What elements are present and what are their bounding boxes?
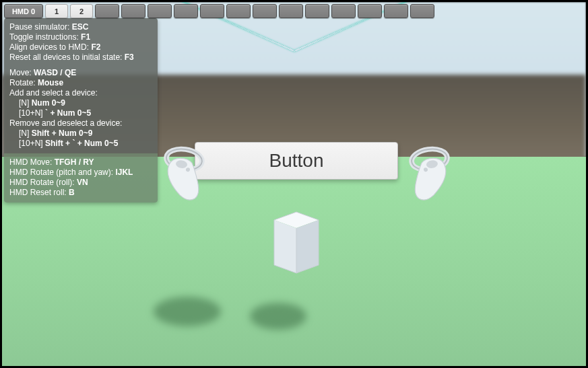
instruction-row: Rotate: Mouse [9,78,152,88]
device-btn-2-label: 2 [79,7,84,15]
svg-marker-2 [296,220,319,273]
device-select-bar: HMD 0 1 2 [4,4,434,18]
instruction-row: HMD Reset roll: B [9,188,152,198]
device-btn-empty[interactable] [331,4,356,18]
device-btn-empty[interactable] [358,4,382,18]
device-btn-empty[interactable] [279,4,303,18]
instruction-row: Remove and deselect a device: [9,118,152,128]
cube-shadow [241,298,315,335]
instructions-section-global: Pause simulator: ESC Toggle instructions… [4,18,158,153]
device-btn-empty[interactable] [148,4,172,18]
svg-point-5 [250,303,306,330]
device-btn-empty[interactable] [200,4,224,18]
instruction-row: HMD Rotate (roll): VN [9,178,152,188]
device-btn-empty[interactable] [226,4,251,18]
instruction-row: [10+N] Shift + ` + Num 0~5 [9,139,152,149]
vr-controller-left [150,137,222,209]
instruction-row: Add and select a device: [9,88,152,98]
svg-marker-1 [274,220,296,273]
instruction-row: Move: WASD / QE [9,68,152,78]
controller-shadow-left [147,291,228,332]
instructions-section-hmd: HMD Move: TFGH / RY HMD Rotate (pitch an… [4,153,158,203]
device-btn-empty[interactable] [384,4,408,18]
device-btn-hmd[interactable]: HMD 0 [4,4,43,18]
instruction-row: [N] Shift + Num 0~9 [9,128,152,139]
device-btn-empty[interactable] [121,4,145,18]
device-btn-empty[interactable] [253,4,277,18]
instruction-row: Reset all devices to initial state: F3 [9,52,152,63]
white-cube [270,211,323,274]
device-btn-2[interactable]: 2 [70,4,93,18]
world-canvas-button[interactable]: Button [195,142,398,180]
instruction-row: [10+N] ` + Num 0~5 [9,108,152,118]
device-btn-empty[interactable] [410,4,434,18]
world-canvas-button-label: Button [269,150,324,172]
svg-point-4 [154,297,221,326]
vr-controller-right [392,137,464,209]
device-btn-empty[interactable] [174,4,198,18]
instruction-row: [N] Num 0~9 [9,98,152,108]
instruction-row: Align devices to HMD: F2 [9,42,152,52]
device-btn-1-label: 1 [55,7,59,15]
xr-simulator-viewport: Button [0,0,588,368]
instruction-row: Toggle instructions: F1 [9,32,152,42]
device-btn-empty[interactable] [305,4,329,18]
instructions-panel: Pause simulator: ESC Toggle instructions… [4,18,158,203]
device-btn-empty[interactable] [95,4,119,18]
instruction-row: HMD Move: TFGH / RY [9,157,152,168]
instruction-row: HMD Rotate (pitch and yaw): IJKL [9,168,152,178]
device-btn-1[interactable]: 1 [45,4,68,18]
instruction-row: Pause simulator: ESC [9,22,152,32]
device-btn-hmd-label: HMD 0 [12,7,35,15]
